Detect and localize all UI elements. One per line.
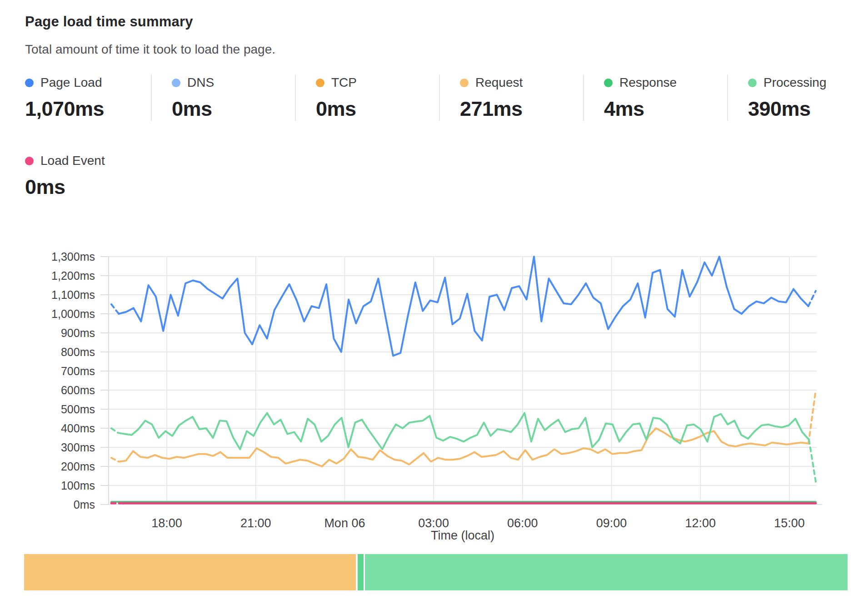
metric-value-request: 271ms: [460, 97, 583, 121]
svg-text:200ms: 200ms: [61, 460, 95, 473]
svg-text:1,000ms: 1,000ms: [51, 307, 95, 320]
metric-label-dns: DNS: [187, 75, 214, 90]
metric-value-page-load: 1,070ms: [25, 97, 151, 121]
metric-load-event[interactable]: Load Event 0ms: [25, 153, 105, 199]
svg-text:100ms: 100ms: [61, 479, 95, 492]
svg-text:900ms: 900ms: [61, 327, 95, 339]
metric-value-response: 4ms: [604, 97, 727, 121]
metrics-row: Page Load 1,070ms DNS 0ms TCP 0ms Reques…: [25, 74, 868, 121]
metric-label-load-event: Load Event: [40, 154, 105, 168]
svg-text:Mon 06: Mon 06: [324, 516, 365, 530]
metric-label-request: Request: [475, 75, 523, 90]
svg-text:12:00: 12:00: [685, 516, 716, 530]
metric-request[interactable]: Request 271ms: [439, 74, 583, 121]
svg-text:500ms: 500ms: [61, 403, 95, 416]
metric-dns[interactable]: DNS 0ms: [151, 74, 295, 121]
legend-dot-dns: [172, 79, 180, 87]
svg-text:800ms: 800ms: [61, 346, 95, 358]
timeline-bar-segment: [358, 554, 364, 590]
metric-label-page-load: Page Load: [40, 75, 102, 90]
svg-text:600ms: 600ms: [61, 384, 95, 396]
svg-text:1,100ms: 1,100ms: [51, 288, 95, 301]
page-title: Page load time summary: [25, 14, 193, 30]
legend-dot-request: [460, 79, 469, 87]
metric-response[interactable]: Response 4ms: [583, 74, 727, 121]
legend-dot-tcp: [316, 79, 324, 87]
metric-label-response: Response: [619, 75, 677, 90]
metric-page-load[interactable]: Page Load 1,070ms: [25, 74, 151, 121]
svg-text:700ms: 700ms: [61, 365, 95, 377]
svg-text:15:00: 15:00: [774, 516, 805, 530]
svg-text:03:00: 03:00: [418, 516, 449, 530]
page-load-summary-card: Page load time summary Total amount of t…: [0, 0, 868, 614]
svg-text:09:00: 09:00: [596, 516, 627, 530]
svg-text:21:00: 21:00: [240, 516, 271, 530]
metric-label-processing: Processing: [763, 75, 827, 90]
x-axis-title: Time (local): [431, 529, 494, 542]
page-subtitle: Total amount of time it took to load the…: [25, 42, 275, 57]
metric-processing[interactable]: Processing 390ms: [727, 74, 868, 121]
legend-dot-processing: [748, 79, 757, 87]
metric-value-load-event: 0ms: [25, 175, 105, 199]
svg-text:1,300ms: 1,300ms: [51, 250, 95, 263]
legend-dot-load-event: [25, 157, 34, 165]
svg-text:300ms: 300ms: [61, 441, 95, 454]
svg-text:18:00: 18:00: [151, 516, 182, 530]
metric-value-dns: 0ms: [172, 97, 295, 121]
timeline-bar-segment: [365, 554, 848, 590]
legend-dot-page-load: [25, 79, 34, 87]
svg-text:400ms: 400ms: [61, 422, 95, 435]
timeline-bar[interactable]: [24, 554, 848, 590]
metric-label-tcp: TCP: [331, 75, 357, 90]
metric-tcp[interactable]: TCP 0ms: [295, 74, 439, 121]
svg-text:0ms: 0ms: [74, 498, 95, 511]
timeline-bar-segment: [24, 554, 356, 590]
metric-value-processing: 390ms: [748, 97, 868, 121]
metric-value-tcp: 0ms: [316, 97, 439, 121]
svg-text:1,200ms: 1,200ms: [51, 269, 95, 282]
legend-dot-response: [604, 79, 613, 87]
svg-text:06:00: 06:00: [507, 516, 538, 530]
load-time-chart[interactable]: 0ms100ms200ms300ms400ms500ms600ms700ms80…: [0, 241, 868, 554]
